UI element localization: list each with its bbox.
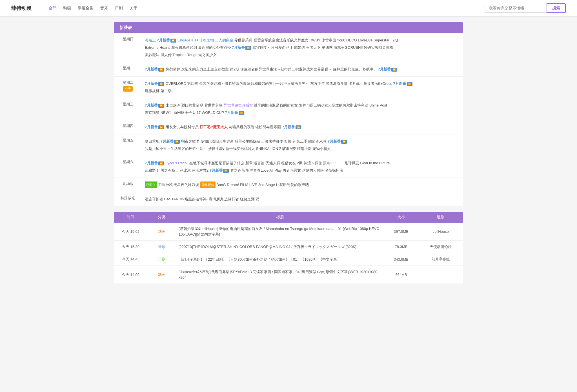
cell-group: 天使动漫论坛	[418, 244, 463, 249]
table-row: 今天 19:02 动画 [喵萌奶茶屋&LoliHouse] 继母的拖油瓶是我的前…	[114, 223, 463, 241]
day-label: 特殊放送	[114, 192, 142, 207]
schedule-row: 星期日海贼王 7月新番⏩ Engage Kiss 传颂之物 二人的白皇 异世界药…	[114, 33, 463, 62]
day-label: 星期一	[114, 62, 142, 77]
new-icon: ⏩	[158, 125, 164, 129]
new-icon: ⏩	[158, 68, 164, 72]
nav-item-日剧[interactable]: 日剧	[115, 6, 123, 11]
day-label: 星期三	[114, 98, 142, 120]
schedule-row: 星期六7月新番⏩ Lycoris Recoil 在地下城寻求邂逅是否搞错了什么 …	[114, 156, 463, 178]
anime-link[interactable]: Lycoris Recoil	[166, 161, 188, 165]
search-area: 搜索	[485, 3, 566, 13]
new-icon: ⏩	[391, 68, 397, 72]
nav-item-季度全集[interactable]: 季度全集	[78, 6, 94, 11]
new-icon: ⏩	[239, 111, 244, 115]
anime-link[interactable]: 异世界迷宫开后宫	[224, 103, 253, 107]
cell-title[interactable]: [220713]THE IDOLM@STER SHINY COLORS PANO…	[176, 244, 384, 250]
new-icon: ⏩	[296, 125, 301, 129]
day-label: 星期五	[114, 134, 142, 156]
status-badge: 已配信	[145, 181, 157, 188]
logo: 菲特动漫	[11, 5, 32, 12]
anime-link[interactable]: Engage Kiss	[177, 38, 198, 42]
new-icon: ⏩	[158, 161, 164, 165]
table-row: 今天 14:43 日剧 【幻月字幕组】【22年日剧】【人到30又如何番外之结了婚…	[114, 253, 463, 266]
schedule-row: 星期五夏日重现 7月新番⏩ 彻夜之歌 即使如此依旧步步进逼 惑星公主蜥蜴骑士 幕…	[114, 134, 463, 156]
new-icon: ⏩	[341, 140, 347, 144]
nav-item-全部[interactable]: 全部	[48, 6, 56, 11]
anime-link[interactable]: Engage Kiss	[177, 38, 198, 42]
col-size: 大小	[384, 215, 418, 220]
search-button[interactable]: 搜索	[547, 3, 566, 13]
cell-title[interactable]: [jibaketa合成&压制][代理商粤语]SPYxFAMILY间谍家家酒 / …	[176, 269, 384, 280]
table-row: 今天 15:30 音乐 [220713]THE IDOLM@STER SHINY…	[114, 241, 463, 253]
cell-type: 动画	[148, 229, 176, 234]
nav-item-关于[interactable]: 关于	[130, 6, 137, 11]
nav-item-动画[interactable]: 动画	[63, 6, 71, 11]
col-time: 时间	[114, 215, 148, 220]
schedule-header: 新番表	[114, 22, 463, 33]
day-label: 星期四	[114, 120, 142, 134]
cell-size: 78.3MB	[384, 245, 418, 249]
day-content: 遗迹守护者 BASTARD!!-暗黑的破坏神- 赛博朋克 边缘行者 狂赌之渊 双	[142, 192, 463, 207]
day-label: 剧场版	[114, 178, 142, 192]
cell-group: LoliHouse	[418, 229, 463, 234]
cell-size: 664MB	[384, 273, 418, 277]
anime-link[interactable]: 海贼王	[145, 38, 156, 42]
table-row: 今天 14:09 动画 [jibaketa合成&压制][代理商粤语]SPYxFA…	[114, 266, 463, 284]
day-content: 7月新番⏩ 来自深渊 烈日的黄金乡 异世界舅舅 异世界迷宫开后宫 继母的拖油瓶是…	[142, 98, 463, 120]
new-icon: ⏩	[158, 104, 164, 108]
day-content: 7月新番⏩ 组长女儿与照料专员 打工吧!!魔王大人 与猫共度的夜晚 轻松熊与游乐…	[142, 120, 463, 134]
new-icon: ⏩	[170, 39, 176, 43]
schedule-section: 新番表 星期日海贼王 7月新番⏩ Engage Kiss 传颂之物 二人的白皇 …	[114, 22, 463, 206]
releases-table-header: 时间 分类 标题 大小 组别	[114, 212, 463, 223]
releases-table-section: 时间 分类 标题 大小 组别 今天 19:02 动画 [喵萌奶茶屋&LoliHo…	[114, 212, 463, 284]
schedule-table: 星期日海贼王 7月新番⏩ Engage Kiss 传颂之物 二人的白皇 异世界药…	[114, 33, 463, 206]
day-label: 星期日	[114, 33, 142, 62]
new-icon: ⏩	[223, 169, 229, 173]
day-label: 星期二今天	[114, 77, 142, 98]
status-badge: 即将配信	[200, 181, 216, 188]
main-nav: 全部动画季度全集音乐日剧关于	[48, 6, 137, 11]
col-title: 标题	[176, 215, 384, 220]
col-group: 组别	[418, 215, 463, 220]
schedule-row: 星期二今天7月新番⏩ OVERLORD 第四季 金装的薇尔梅～濒临堕落的魔法师和…	[114, 77, 463, 98]
schedule-row: 特殊放送遗迹守护者 BASTARD!!-暗黑的破坏神- 赛博朋克 边缘行者 狂赌…	[114, 192, 463, 207]
cell-type: 日剧	[148, 257, 176, 262]
search-input[interactable]	[485, 4, 547, 13]
cell-time: 今天 14:09	[114, 272, 148, 277]
cell-time: 今天 15:30	[114, 244, 148, 249]
day-content: 已配信 刀剑神域 无星夜的咏叹调 即将配信 BanG Dream! FILM L…	[142, 178, 463, 192]
cell-title[interactable]: 【幻月字幕组】【22年日剧】【人到30又如何番外之结了婚又如何】【01】【108…	[176, 257, 384, 262]
new-icon: ⏩	[158, 82, 164, 86]
nav-item-音乐[interactable]: 音乐	[100, 6, 108, 11]
cell-type: 音乐	[148, 244, 176, 249]
new-icon: ⏩	[407, 82, 412, 86]
anime-link[interactable]: 传颂之物 二人的白皇	[199, 38, 233, 42]
cell-time: 今天 19:02	[114, 229, 148, 234]
cell-size: 343.6MB	[384, 257, 418, 262]
cell-type: 动画	[148, 272, 176, 277]
releases-rows: 今天 19:02 动画 [喵萌奶茶屋&LoliHouse] 继母的拖油瓶是我的前…	[114, 223, 463, 284]
cell-time: 今天 14:43	[114, 257, 148, 262]
schedule-row: 星期三7月新番⏩ 来自深渊 烈日的黄金乡 异世界舅舅 异世界迷宫开后宫 继母的拖…	[114, 98, 463, 120]
day-content: 海贼王 7月新番⏩ Engage Kiss 传颂之物 二人的白皇 异世界药局 联…	[142, 33, 463, 62]
new-icon: ⏩	[245, 46, 251, 50]
day-content: 7月新番⏩ 风都侦探 欢迎来到实力至上主义的教室 第2期 转生贤者的异世界生活～…	[142, 62, 463, 77]
day-content: 7月新番⏩ OVERLORD 第四季 金装的薇尔梅～濒临堕落的魔法师和最强的灾厄…	[142, 77, 463, 98]
day-content: 夏日重现 7月新番⏩ 彻夜之歌 即使如此依旧步步进逼 惑星公主蜥蜴骑士 幕末替身…	[142, 134, 463, 156]
cell-size: 397.8MB	[384, 229, 418, 234]
schedule-row: 剧场版已配信 刀剑神域 无星夜的咏叹调 即将配信 BanG Dream! FIL…	[114, 178, 463, 192]
today-badge: 今天	[123, 86, 133, 92]
header: 菲特动漫 全部动画季度全集音乐日剧关于 搜索	[0, 0, 577, 17]
schedule-row: 星期四7月新番⏩ 组长女儿与照料专员 打工吧!!魔王大人 与猫共度的夜晚 轻松熊…	[114, 120, 463, 134]
schedule-row: 星期一7月新番⏩ 风都侦探 欢迎来到实力至上主义的教室 第2期 转生贤者的异世界…	[114, 62, 463, 77]
col-type: 分类	[148, 215, 176, 220]
cell-group: 幻月字幕组	[418, 257, 463, 262]
anime-link[interactable]: 打工吧!!魔王大人	[199, 125, 228, 129]
day-content: 7月新番⏩ Lycoris Recoil 在地下城寻求邂逅是否搞错了什么 新章 …	[142, 156, 463, 178]
new-icon: ⏩	[174, 140, 180, 144]
cell-title[interactable]: [喵萌奶茶屋&LoliHouse] 继母的拖油瓶是我的前女友 / Mamahah…	[176, 226, 384, 237]
day-label: 星期六	[114, 156, 142, 178]
main-content: 新番表 星期日海贼王 7月新番⏩ Engage Kiss 传颂之物 二人的白皇 …	[108, 17, 469, 289]
